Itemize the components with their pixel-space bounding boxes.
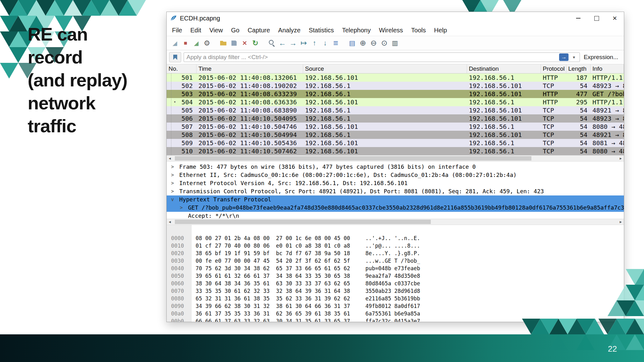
stop-capture-icon[interactable] bbox=[180, 38, 191, 48]
detail-line[interactable]: >Frame 503: 477 bytes on wire (3816 bits… bbox=[167, 163, 624, 171]
last-packet-icon[interactable] bbox=[320, 38, 330, 48]
packet-row[interactable]: 507 2015-06-02 11:40:10.504746 192.168.5… bbox=[167, 123, 624, 131]
expand-arrow-icon[interactable] bbox=[180, 212, 188, 219]
packet-info: 48923 → 80 bbox=[591, 82, 624, 90]
wireshark-window: ECDH.pcapng × FileEditViewGoCaptureAnaly… bbox=[166, 12, 624, 322]
find-packet-icon[interactable] bbox=[267, 38, 277, 48]
resize-columns-icon[interactable] bbox=[390, 38, 400, 48]
title-bar[interactable]: ECDH.pcapng × bbox=[167, 12, 624, 25]
packet-row[interactable]: 505 2015-06-02 11:40:08.683890 192.168.5… bbox=[167, 106, 624, 114]
colorize-icon[interactable] bbox=[347, 38, 357, 48]
scrollbar-thumb[interactable] bbox=[175, 220, 431, 224]
packet-list-header: No.TimeSourceDestinationProtocolLengthIn… bbox=[167, 64, 624, 74]
menu-item[interactable]: Help bbox=[430, 25, 451, 36]
packet-row[interactable]: 510 2015-06-02 11:40:10.507462 192.168.5… bbox=[167, 147, 624, 155]
packet-number: 505 bbox=[181, 107, 193, 114]
maximize-button[interactable] bbox=[587, 12, 606, 25]
display-filter-input[interactable] bbox=[184, 52, 580, 62]
packet-source: 192.168.56.1 bbox=[303, 106, 467, 114]
column-header[interactable]: Source bbox=[303, 64, 467, 73]
detail-line[interactable]: >GET /?bob_pub=048be73feaeb9eaa2fa748d35… bbox=[167, 204, 624, 212]
column-header[interactable]: Info bbox=[591, 64, 624, 73]
packet-row[interactable]: 502 2015-06-02 11:40:08.190202 192.168.5… bbox=[167, 82, 624, 90]
menu-item[interactable]: Capture bbox=[243, 25, 274, 36]
detail-line[interactable]: >Ethernet II, Src: CadmusCo_00:1c:6e (08… bbox=[167, 171, 624, 179]
first-packet-icon[interactable] bbox=[309, 38, 319, 48]
packet-row[interactable]: •504 2015-06-02 11:40:08.636336 192.168.… bbox=[167, 98, 624, 106]
close-file-icon[interactable] bbox=[240, 38, 250, 48]
column-header[interactable]: Time bbox=[197, 64, 303, 73]
menu-item[interactable]: View bbox=[205, 25, 227, 36]
menu-item[interactable]: Telephony bbox=[338, 25, 375, 36]
packet-protocol: TCP bbox=[541, 123, 566, 131]
menu-item[interactable]: File bbox=[168, 25, 186, 36]
packet-row[interactable]: 501 2015-06-02 11:40:08.132061 192.168.5… bbox=[167, 74, 624, 82]
detail-line[interactable]: >Internet Protocol Version 4, Src: 192.1… bbox=[167, 179, 624, 187]
apply-filter-button[interactable]: → bbox=[559, 53, 569, 61]
expand-arrow-icon[interactable]: > bbox=[171, 163, 179, 171]
menu-item[interactable]: Wireless bbox=[375, 25, 407, 36]
minimize-icon bbox=[576, 18, 580, 19]
menu-item[interactable]: Go bbox=[227, 25, 244, 36]
packet-length: 54 bbox=[566, 114, 591, 123]
start-capture-icon[interactable] bbox=[170, 38, 180, 48]
column-header[interactable]: No. bbox=[167, 64, 197, 73]
packet-row[interactable]: 503 2015-06-02 11:40:08.633239 192.168.5… bbox=[167, 90, 624, 98]
menu-item[interactable]: Edit bbox=[186, 25, 205, 36]
expand-arrow-icon[interactable]: > bbox=[180, 204, 188, 212]
minimize-button[interactable] bbox=[569, 12, 587, 25]
column-header[interactable]: Destination bbox=[467, 64, 541, 73]
detail-line[interactable]: vHypertext Transfer Protocol bbox=[167, 195, 624, 204]
packet-info: HTTP/1.1 2 bbox=[591, 74, 624, 82]
scroll-right-icon[interactable]: ► bbox=[618, 219, 624, 225]
column-header[interactable]: Protocol bbox=[541, 64, 566, 73]
menu-item[interactable]: Analyze bbox=[274, 25, 305, 36]
packet-row[interactable]: 509 2015-06-02 11:40:10.505436 192.168.5… bbox=[167, 139, 624, 147]
hex-row: 00a036 61 37 35 35 33 36 31 62 36 65 39 … bbox=[167, 302, 624, 310]
filter-dropdown-button[interactable]: ▾ bbox=[570, 53, 577, 61]
packet-source: 192.168.56.101 bbox=[303, 139, 467, 147]
menu-bar: FileEditViewGoCaptureAnalyzeStatisticsTe… bbox=[167, 25, 624, 36]
go-back-icon[interactable] bbox=[277, 38, 287, 48]
zoom-out-icon[interactable] bbox=[369, 38, 379, 48]
close-button[interactable]: × bbox=[606, 12, 624, 25]
packet-protocol: TCP bbox=[541, 106, 566, 114]
packet-info: 8080 → 489 bbox=[591, 123, 624, 131]
restart-capture-icon[interactable] bbox=[191, 38, 201, 48]
detail-line[interactable]: >Transmission Control Protocol, Src Port… bbox=[167, 187, 624, 195]
auto-scroll-icon[interactable] bbox=[331, 38, 341, 48]
packet-row[interactable]: 506 2015-06-02 11:40:10.504095 192.168.5… bbox=[167, 114, 624, 123]
expand-arrow-icon[interactable]: > bbox=[171, 171, 179, 179]
go-forward-icon[interactable] bbox=[288, 38, 298, 48]
menu-item[interactable]: Tools bbox=[407, 25, 430, 36]
scroll-right-icon[interactable]: ► bbox=[618, 156, 624, 161]
go-to-packet-icon[interactable] bbox=[299, 38, 309, 48]
expand-arrow-icon[interactable]: > bbox=[171, 187, 179, 195]
save-file-icon[interactable] bbox=[229, 38, 239, 48]
column-header[interactable]: Length bbox=[566, 64, 591, 73]
detail-line[interactable]: Accept: */*\r\n bbox=[167, 212, 624, 219]
scroll-left-icon[interactable]: ◄ bbox=[167, 156, 173, 161]
filter-bookmark-button[interactable] bbox=[169, 52, 181, 62]
open-file-icon[interactable] bbox=[218, 38, 228, 48]
zoom-original-icon[interactable] bbox=[379, 38, 389, 48]
packet-number: 504 bbox=[181, 98, 193, 106]
scrollbar-thumb[interactable] bbox=[175, 156, 531, 161]
packet-source: 192.168.56.101 bbox=[303, 123, 467, 131]
expression-button[interactable]: Expression... bbox=[582, 54, 621, 61]
packet-row[interactable]: 508 2015-06-02 11:40:10.504994 192.168.5… bbox=[167, 131, 624, 139]
hex-row: 001001 cf 27 70 40 00 80 06 e0 01 c0 a8 … bbox=[167, 234, 624, 242]
chevron-down-icon: ▾ bbox=[573, 55, 575, 60]
zoom-in-icon[interactable] bbox=[358, 38, 368, 48]
menu-item[interactable]: Statistics bbox=[305, 25, 338, 36]
packet-number: 509 bbox=[181, 139, 193, 147]
scroll-left-icon[interactable]: ◄ bbox=[167, 219, 173, 225]
packet-destination: 192.168.56.1 bbox=[467, 147, 541, 155]
expand-arrow-icon[interactable]: v bbox=[171, 195, 179, 204]
packet-destination: 192.168.56.101 bbox=[467, 131, 541, 139]
related-packet-dot-icon: • bbox=[174, 98, 176, 106]
reload-icon[interactable] bbox=[250, 38, 260, 48]
packet-info: GET /?bob_ bbox=[591, 90, 624, 98]
expand-arrow-icon[interactable]: > bbox=[171, 179, 179, 187]
capture-options-icon[interactable] bbox=[202, 38, 212, 48]
